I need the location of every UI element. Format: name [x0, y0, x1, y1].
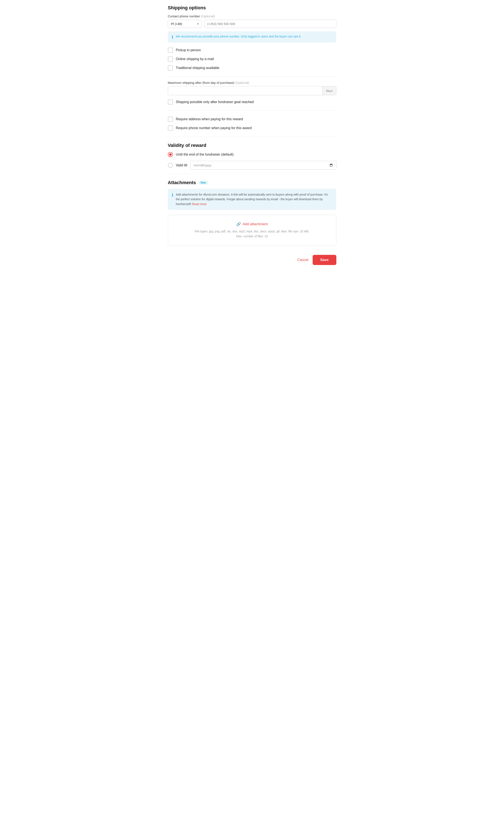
require-address-option[interactable]: Require address when paying for this rew…: [168, 117, 336, 122]
attachment-info-box: ℹ Add attachments for 4fund.com donators…: [168, 189, 336, 210]
valid-till-date-input[interactable]: [190, 161, 336, 170]
validity-default-radio[interactable]: [168, 152, 173, 157]
days-input-row: days: [168, 86, 336, 95]
phone-info-text: We recommend you provide your phone numb…: [176, 34, 301, 39]
attachment-info-text: Add attachments for 4fund.com donators. …: [176, 192, 333, 206]
days-input[interactable]: [168, 86, 322, 95]
add-attachment-button[interactable]: 🔗 Add attachment: [172, 222, 332, 226]
traditional-shipping-option[interactable]: Traditional shipping available: [168, 65, 336, 70]
attachments-section: Attachments New ℹ Add attachments for 4f…: [168, 180, 336, 246]
days-suffix: days: [322, 86, 336, 95]
country-code-select[interactable]: Pl (+48) ▾: [168, 20, 202, 28]
phone-number-input[interactable]: [204, 20, 336, 28]
footer-actions: Cancel Save: [168, 252, 336, 265]
phone-label: Contact phone number (Optional): [168, 14, 336, 18]
chevron-down-icon: ▾: [197, 22, 199, 25]
validity-section: Validity of reward Until the end of the …: [168, 143, 336, 170]
fundraiser-goal-group: Shipping possible only after fundraiser …: [168, 99, 336, 105]
valid-till-radio[interactable]: [168, 163, 173, 168]
validity-default-label: Until the end of the fundraiser (default…: [176, 153, 234, 156]
attachments-header: Attachments New: [168, 180, 336, 185]
valid-till-label: Valid till: [176, 163, 187, 167]
phone-info-box: ℹ We recommend you provide your phone nu…: [168, 31, 336, 43]
require-address-label: Require address when paying for this rew…: [176, 117, 243, 121]
phone-row: Pl (+48) ▾: [168, 20, 336, 28]
require-phone-label: Require phone number when paying for thi…: [176, 126, 252, 130]
divider-4: [168, 174, 336, 174]
require-phone-option[interactable]: Require phone number when paying for thi…: [168, 126, 336, 131]
fundraiser-goal-option[interactable]: Shipping possible only after fundraiser …: [168, 99, 336, 105]
upload-hint: File types: jpg, png, pdf, xls, xlsx, mp…: [172, 229, 332, 239]
validity-options-group: Until the end of the fundraiser (default…: [168, 152, 336, 170]
extra-options-group: Require address when paying for this rew…: [168, 117, 336, 131]
email-checkbox[interactable]: [168, 57, 173, 62]
divider-2: [168, 110, 336, 111]
new-badge: New: [199, 181, 208, 185]
attachment-info-icon: ℹ: [172, 192, 173, 197]
shipping-options-group: Pickup in person Online shipping by e-ma…: [168, 48, 336, 70]
email-shipping-option[interactable]: Online shipping by e-mail: [168, 57, 336, 62]
email-shipping-label: Online shipping by e-mail: [176, 57, 214, 61]
country-code-value: Pl (+48): [171, 22, 182, 26]
pickup-label: Pickup in person: [176, 48, 201, 52]
upload-box[interactable]: 🔗 Add attachment File types: jpg, png, p…: [168, 215, 336, 246]
require-address-checkbox[interactable]: [168, 117, 173, 122]
read-more-link[interactable]: Read more: [192, 202, 207, 206]
pickup-option[interactable]: Pickup in person: [168, 48, 336, 53]
info-icon: ℹ: [172, 35, 173, 40]
traditional-checkbox[interactable]: [168, 65, 173, 70]
save-button[interactable]: Save: [313, 255, 336, 265]
divider-1: [168, 76, 336, 77]
valid-till-option[interactable]: Valid till: [168, 163, 187, 168]
cancel-button[interactable]: Cancel: [297, 258, 308, 262]
fundraiser-goal-checkbox[interactable]: [168, 99, 173, 105]
validity-title: Validity of reward: [168, 143, 336, 148]
shipping-title: Shipping options: [168, 5, 336, 11]
valid-till-row: Valid till: [168, 161, 336, 170]
attachment-icon: 🔗: [236, 222, 241, 226]
attachments-title: Attachments: [168, 180, 196, 185]
require-phone-checkbox[interactable]: [168, 126, 173, 131]
pickup-checkbox[interactable]: [168, 48, 173, 53]
fundraiser-goal-label: Shipping possible only after fundraiser …: [176, 100, 254, 104]
traditional-shipping-label: Traditional shipping available: [176, 66, 220, 70]
validity-default-option[interactable]: Until the end of the fundraiser (default…: [168, 152, 336, 157]
max-shipping-label: Maximum shipping after (from day of purc…: [168, 81, 336, 84]
